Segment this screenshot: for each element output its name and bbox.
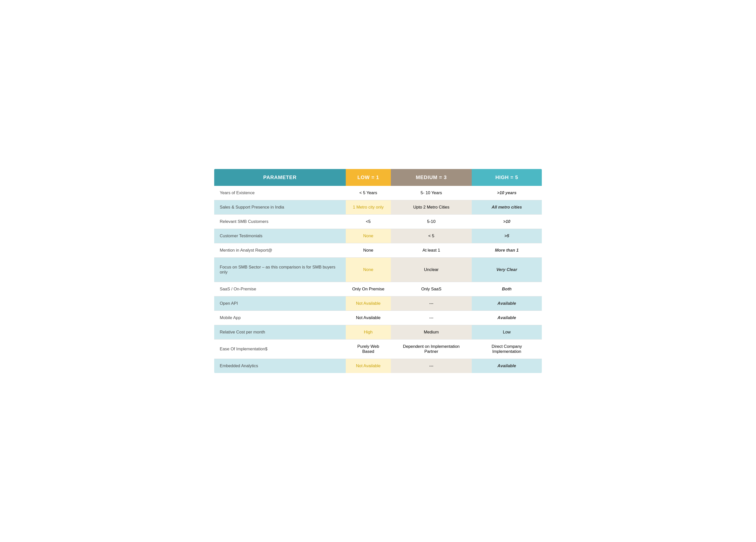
low-cell-open-api: Not Available — [346, 296, 391, 311]
table-row: Customer TestimonialsNone< 5>5 — [214, 229, 542, 243]
table-row: SaaS / On-PremiseOnly On PremiseOnly Saa… — [214, 282, 542, 296]
low-cell-sales-support: 1 Metro city only — [346, 200, 391, 215]
low-cell-ease-implementation: Purely Web Based — [346, 339, 391, 359]
low-cell-embedded-analytics: Not Available — [346, 359, 391, 373]
high-cell-ease-implementation: Direct Company Implementation — [472, 339, 542, 359]
table-row: Mobile AppNot Available---Available — [214, 311, 542, 325]
table-header-row: PARAMETER LOW = 1 MEDIUM = 3 HIGH = 5 — [214, 169, 542, 186]
high-cell-sales-support: All metro cities — [472, 200, 542, 215]
table-row: Relative Cost per monthHighMediumLow — [214, 325, 542, 339]
table-row: Sales & Support Presence in India1 Metro… — [214, 200, 542, 215]
param-cell-years-existence: Years of Existence — [214, 186, 346, 200]
high-cell-saas-onpremise: Both — [472, 282, 542, 296]
param-cell-analyst-report: Mention in Analyst Report@ — [214, 243, 346, 258]
medium-header: MEDIUM = 3 — [391, 169, 472, 186]
medium-cell-embedded-analytics: --- — [391, 359, 472, 373]
param-cell-relative-cost: Relative Cost per month — [214, 325, 346, 339]
high-cell-embedded-analytics: Available — [472, 359, 542, 373]
param-cell-smb-focus: Focus on SMB Sector – as this comparison… — [214, 258, 346, 282]
param-cell-open-api: Open API — [214, 296, 346, 311]
medium-cell-analyst-report: At least 1 — [391, 243, 472, 258]
param-cell-customer-testimonials: Customer Testimonials — [214, 229, 346, 243]
low-cell-saas-onpremise: Only On Premise — [346, 282, 391, 296]
param-cell-embedded-analytics: Embedded Analytics — [214, 359, 346, 373]
medium-cell-relative-cost: Medium — [391, 325, 472, 339]
low-cell-analyst-report: None — [346, 243, 391, 258]
high-cell-relative-cost: Low — [472, 325, 542, 339]
table-row: Mention in Analyst Report@NoneAt least 1… — [214, 243, 542, 258]
medium-cell-smb-customers: 5-10 — [391, 215, 472, 229]
medium-cell-customer-testimonials: < 5 — [391, 229, 472, 243]
comparison-table: PARAMETER LOW = 1 MEDIUM = 3 HIGH = 5 Ye… — [214, 169, 542, 373]
high-cell-open-api: Available — [472, 296, 542, 311]
table-row: Focus on SMB Sector – as this comparison… — [214, 258, 542, 282]
param-cell-saas-onpremise: SaaS / On-Premise — [214, 282, 346, 296]
medium-cell-mobile-app: --- — [391, 311, 472, 325]
low-cell-smb-focus: None — [346, 258, 391, 282]
high-cell-analyst-report: More than 1 — [472, 243, 542, 258]
high-cell-mobile-app: Available — [472, 311, 542, 325]
high-header: HIGH = 5 — [472, 169, 542, 186]
table-row: Open APINot Available---Available — [214, 296, 542, 311]
medium-cell-open-api: --- — [391, 296, 472, 311]
low-cell-years-existence: < 5 Years — [346, 186, 391, 200]
low-cell-customer-testimonials: None — [346, 229, 391, 243]
table-row: Relevant SMB Customers<55-10>10 — [214, 215, 542, 229]
high-cell-smb-customers: >10 — [472, 215, 542, 229]
low-header: LOW = 1 — [346, 169, 391, 186]
table-row: Ease Of Implementation$Purely Web BasedD… — [214, 339, 542, 359]
low-cell-mobile-app: Not Available — [346, 311, 391, 325]
low-cell-relative-cost: High — [346, 325, 391, 339]
medium-cell-ease-implementation: Dependent on Implementation Partner — [391, 339, 472, 359]
high-cell-customer-testimonials: >5 — [472, 229, 542, 243]
medium-cell-sales-support: Upto 2 Metro Cities — [391, 200, 472, 215]
param-cell-sales-support: Sales & Support Presence in India — [214, 200, 346, 215]
table-row: Years of Existence< 5 Years5- 10 Years>1… — [214, 186, 542, 200]
table-row: Embedded AnalyticsNot Available---Availa… — [214, 359, 542, 373]
high-cell-years-existence: >10 years — [472, 186, 542, 200]
medium-cell-saas-onpremise: Only SaaS — [391, 282, 472, 296]
param-cell-smb-customers: Relevant SMB Customers — [214, 215, 346, 229]
low-cell-smb-customers: <5 — [346, 215, 391, 229]
param-cell-ease-implementation: Ease Of Implementation$ — [214, 339, 346, 359]
medium-cell-years-existence: 5- 10 Years — [391, 186, 472, 200]
high-cell-smb-focus: Very Clear — [472, 258, 542, 282]
param-cell-mobile-app: Mobile App — [214, 311, 346, 325]
medium-cell-smb-focus: Unclear — [391, 258, 472, 282]
param-header: PARAMETER — [214, 169, 346, 186]
